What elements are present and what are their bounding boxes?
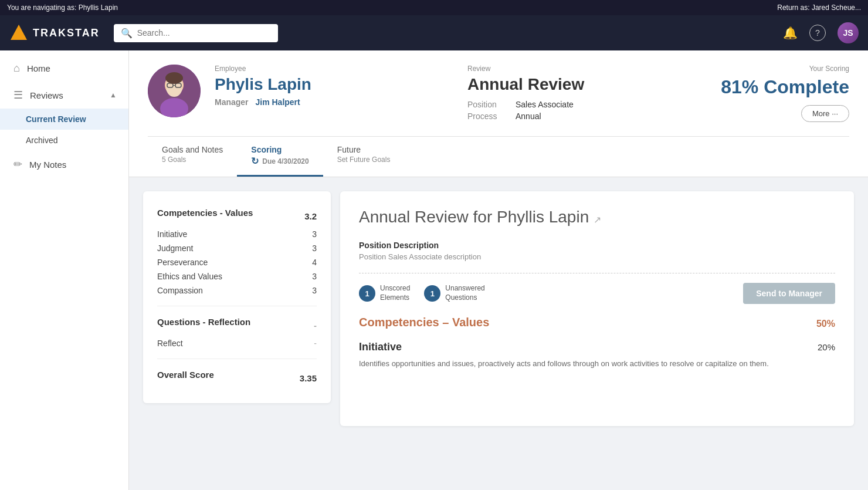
scoring-sublabel-text: Due 4/30/2020 xyxy=(262,157,308,165)
help-icon[interactable]: ? xyxy=(809,25,826,41)
divider-2 xyxy=(157,359,317,359)
my-notes-label: My Notes xyxy=(29,160,66,170)
main-nav: TRAKSTAR 🔍 🔔 ? JS xyxy=(0,15,868,50)
review-meta: Position Sales Associate Process Annual xyxy=(467,100,706,121)
tab-scoring[interactable]: Scoring ↻ Due 4/30/2020 xyxy=(237,137,323,177)
unanswered-count: 1 xyxy=(424,285,440,302)
competencies-header-row: Competencies - Values 3.2 xyxy=(157,205,317,227)
tab-scoring-sublabel: ↻ Due 4/30/2020 xyxy=(251,156,308,167)
list-item: Initiative3 xyxy=(157,227,317,241)
sidebar-home-label: Home xyxy=(27,63,50,73)
unscored-badge: 1 UnscoredElements xyxy=(359,284,410,302)
dashed-divider xyxy=(359,273,835,273)
unscored-label-text: UnscoredElements xyxy=(380,284,410,302)
home-icon: ⌂ xyxy=(13,62,20,75)
main-content: Employee Phylis Lapin Manager Jim Halper… xyxy=(129,50,868,490)
logo: TRAKSTAR xyxy=(9,23,100,42)
svg-marker-0 xyxy=(11,25,27,40)
competencies-header: Competencies – Values 50% xyxy=(359,316,835,332)
sidebar-item-home[interactable]: ⌂ Home xyxy=(0,55,128,82)
list-item: Reflect- xyxy=(157,336,317,350)
position-label: Position xyxy=(467,100,508,109)
review-label: Review xyxy=(467,65,706,73)
list-item: Judgment3 xyxy=(157,241,317,255)
more-button-label: More ··· xyxy=(812,109,838,118)
sidebar-item-my-notes[interactable]: ✏ My Notes xyxy=(0,151,128,178)
sidebar-reviews-label: Reviews xyxy=(30,90,63,100)
app-body: ⌂ Home ☰ Reviews ▲ Current Review Archiv… xyxy=(0,50,868,490)
tab-future-label: Future xyxy=(337,145,391,154)
competency-items-list: Initiative3Judgment3Perseverance4Ethics … xyxy=(157,227,317,298)
current-review-label: Current Review xyxy=(26,114,86,124)
trakstar-logo-icon xyxy=(9,23,28,42)
list-item: Compassion3 xyxy=(157,283,317,298)
competencies-score: 3.2 xyxy=(304,211,317,221)
competencies-values-title: Competencies – Values xyxy=(359,316,489,329)
sidebar: ⌂ Home ☰ Reviews ▲ Current Review Archiv… xyxy=(0,50,129,490)
questions-items-list: Reflect- xyxy=(157,336,317,350)
scoring-value: 81% Complete xyxy=(720,76,849,98)
user-initials: JS xyxy=(843,28,853,38)
tab-goals-sublabel: 5 Goals xyxy=(162,156,223,164)
send-to-manager-button[interactable]: Send to Manager xyxy=(743,283,835,304)
more-button[interactable]: More ··· xyxy=(801,105,849,122)
unscored-label: UnscoredElements xyxy=(380,284,410,302)
scoring-label: Your Scoring xyxy=(720,65,849,73)
overall-score-label: Overall Score xyxy=(157,370,214,380)
review-title: Annual Review xyxy=(467,75,706,94)
sidebar-item-current-review[interactable]: Current Review xyxy=(0,109,128,130)
list-item: Perseverance4 xyxy=(157,255,317,269)
future-sublabel-text: Set Future Goals xyxy=(337,156,391,164)
archived-label: Archived xyxy=(26,136,57,145)
search-bar[interactable]: 🔍 xyxy=(114,24,278,42)
user-avatar[interactable]: JS xyxy=(838,22,859,43)
manager-label: Manager xyxy=(215,97,249,107)
tab-future-sublabel: Set Future Goals xyxy=(337,156,391,164)
initiative-pct: 20% xyxy=(818,342,835,352)
unscored-count: 1 xyxy=(359,285,375,302)
overall-score-value: 3.35 xyxy=(300,373,317,383)
notification-icon[interactable]: 🔔 xyxy=(783,26,798,40)
left-panel: Competencies - Values 3.2 Initiative3Jud… xyxy=(143,191,331,403)
review-meta-process: Process Annual xyxy=(467,111,706,121)
navigating-as-text: You are navigating as: Phyllis Lapin xyxy=(7,4,118,12)
return-as-text: Return as: Jared Scheue... xyxy=(777,4,861,12)
process-label: Process xyxy=(467,111,508,121)
unanswered-label: UnansweredQuestions xyxy=(445,284,484,302)
questions-header-row: Questions - Reflection - xyxy=(157,315,317,336)
manager-name: Jim Halpert xyxy=(255,97,300,107)
list-item: Ethics and Values3 xyxy=(157,269,317,283)
send-manager-label: Send to Manager xyxy=(756,289,822,298)
divider-1 xyxy=(157,306,317,306)
tab-goals-and-notes[interactable]: Goals and Notes 5 Goals xyxy=(148,137,237,177)
sidebar-item-archived[interactable]: Archived xyxy=(0,130,128,151)
employee-name: Phylis Lapin xyxy=(215,75,453,94)
cursor-icon: ↗ xyxy=(594,214,601,225)
stats-row: 1 UnscoredElements 1 UnansweredQuestions… xyxy=(359,283,835,304)
tab-goals-label: Goals and Notes xyxy=(162,145,223,154)
sidebar-item-reviews[interactable]: ☰ Reviews ▲ xyxy=(0,82,128,109)
employee-avatar xyxy=(148,65,201,117)
reviews-icon: ☰ xyxy=(13,89,23,102)
position-desc-text: Position Sales Associate description xyxy=(359,252,835,261)
initiative-desc: Identifies opportunities and issues, pro… xyxy=(359,358,835,370)
employee-header-top: Employee Phylis Lapin Manager Jim Halper… xyxy=(148,65,849,131)
initiative-row: Initiative 20% xyxy=(359,341,835,353)
nav-icons: 🔔 ? JS xyxy=(783,22,859,43)
questions-score: - xyxy=(314,320,317,330)
employee-info: Employee Phylis Lapin Manager Jim Halper… xyxy=(215,65,453,107)
employee-manager: Manager Jim Halpert xyxy=(215,97,453,107)
position-desc-label: Position Description xyxy=(359,241,835,250)
position-value: Sales Associate xyxy=(516,100,574,109)
tabs-row: Goals and Notes 5 Goals Scoring ↻ Due 4/… xyxy=(148,136,849,177)
competencies-title: Competencies - Values xyxy=(157,208,253,218)
right-panel: Annual Review for Phyllis Lapin ↗ Positi… xyxy=(340,191,854,426)
tab-scoring-label: Scoring xyxy=(251,145,308,154)
tab-future[interactable]: Future Set Future Goals xyxy=(323,137,405,177)
chevron-up-icon: ▲ xyxy=(110,91,117,99)
top-nav-bar: You are navigating as: Phyllis Lapin Ret… xyxy=(0,0,868,15)
search-input[interactable] xyxy=(137,28,271,38)
process-value: Annual xyxy=(516,111,541,121)
review-info: Review Annual Review Position Sales Asso… xyxy=(467,65,706,121)
goals-sublabel-text: 5 Goals xyxy=(162,156,186,164)
